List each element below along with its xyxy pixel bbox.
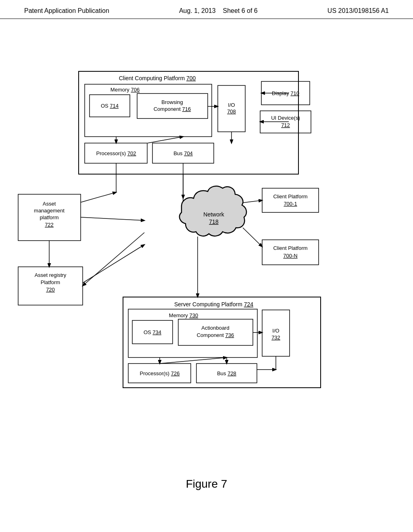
diagram-area: Client Computing Platform 700 Memory 706… <box>0 19 413 503</box>
client-computing-platform-label: Client Computing Platform 700 <box>119 75 196 81</box>
io-708-label2: 708 <box>227 108 236 114</box>
browsing-component-label: Browsing <box>161 99 183 105</box>
client-platform-1-box <box>262 188 319 212</box>
bus-728-label: Bus 728 <box>217 370 236 376</box>
asset-registry-to-network <box>83 245 144 283</box>
asset-management-label4: 722 <box>45 222 54 228</box>
client-platform-n-label1: Client Platform <box>273 245 307 251</box>
network-label: Network <box>203 211 224 218</box>
header-left: Patent Application Publication <box>24 7 109 15</box>
processors-702-label: Processor(s) 702 <box>96 150 136 156</box>
network-718-cloud: Network 718 <box>179 186 246 236</box>
network-to-cpn-arrow <box>243 228 262 247</box>
network-to-cp1-arrow <box>243 200 262 203</box>
client-platform-n-label2: 700-N <box>283 253 297 259</box>
asset-registry-label1: Asset registry <box>35 272 67 278</box>
actionboard-label1: Actionboard <box>201 325 229 331</box>
ui-devices-label2: 712 <box>281 122 290 128</box>
bus-704-label: Bus 704 <box>173 150 193 156</box>
ui-devices-label: UI Device(s) <box>271 115 300 121</box>
client-platform-1-label2: 700-1 <box>284 201 297 207</box>
os-714-label: OS 714 <box>101 103 119 109</box>
memory-706-box <box>85 84 212 137</box>
asset-mgmt-to-client-arrow <box>81 192 116 202</box>
os-734-label: OS 734 <box>144 329 161 335</box>
client-platform-n-box <box>262 240 319 265</box>
proc726-to-mem730 <box>160 357 227 364</box>
proc-to-bus-arrow <box>148 137 183 143</box>
network-number: 718 <box>209 218 219 225</box>
memory-730-label: Memory 730 <box>169 312 198 318</box>
server-computing-label: Server Computing Platform 724 <box>174 301 253 308</box>
header-right: US 2013/0198156 A1 <box>327 7 389 15</box>
actionboard-label2: Component 736 <box>197 332 234 338</box>
header-center: Aug. 1, 2013 Sheet 6 of 6 <box>179 7 258 15</box>
io-732-label2: 732 <box>271 335 280 341</box>
asset-management-label2: management <box>34 208 65 214</box>
asset-registry-label3: 720 <box>46 287 55 293</box>
client-platform-1-label1: Client Platform <box>273 193 307 200</box>
asset-registry-label2: Platform <box>41 279 60 285</box>
io-708-label: I/O <box>228 102 235 108</box>
figure-caption: Figure 7 <box>186 478 227 490</box>
io-732-label1: I/O <box>272 328 279 334</box>
asset-management-label1: Asset <box>43 201 56 207</box>
network-to-asset-registry <box>83 233 144 286</box>
page-header: Patent Application Publication Aug. 1, 2… <box>0 0 413 19</box>
asset-management-label3: platform <box>40 214 59 220</box>
asset-mgmt-to-network <box>81 217 144 220</box>
browsing-component-label2: Component 716 <box>154 106 191 112</box>
patent-diagram: Client Computing Platform 700 Memory 706… <box>0 19 413 503</box>
processors-726-label: Processor(s) 726 <box>140 370 180 376</box>
memory-706-label: Memory 706 <box>111 87 140 93</box>
